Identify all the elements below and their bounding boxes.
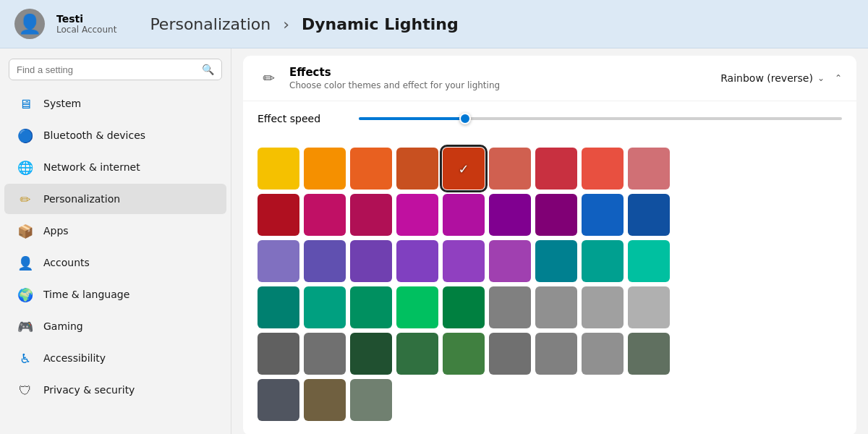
search-icon: 🔍 [202, 64, 214, 75]
color-swatch[interactable] [582, 148, 624, 190]
dropdown-value: Rainbow (reverse) [720, 72, 813, 84]
search-box[interactable]: 🔍 [9, 59, 222, 80]
slider-thumb[interactable] [459, 113, 471, 124]
sidebar-label-accessibility: Accessibility [43, 352, 106, 364]
color-row [258, 333, 842, 375]
color-swatch[interactable] [443, 286, 485, 328]
sidebar-item-gaming[interactable]: 🎮 Gaming [4, 311, 226, 341]
color-swatch[interactable] [304, 148, 346, 190]
color-swatch[interactable] [628, 194, 670, 236]
speed-label: Effect speed [258, 113, 344, 124]
chevron-up-icon: ⌃ [835, 73, 842, 83]
breadcrumb: Personalization › Dynamic Lighting [128, 15, 854, 33]
sidebar-label-gaming: Gaming [43, 320, 83, 332]
color-swatch[interactable] [628, 240, 670, 282]
color-swatch[interactable] [582, 286, 624, 328]
color-swatch[interactable] [628, 286, 670, 328]
sidebar-label-apps: Apps [43, 225, 69, 237]
color-swatch[interactable] [628, 333, 670, 375]
color-swatch[interactable] [304, 240, 346, 282]
color-swatch[interactable] [396, 194, 438, 236]
color-swatch[interactable] [489, 333, 531, 375]
color-swatch[interactable] [304, 379, 346, 421]
color-swatch[interactable] [258, 379, 299, 421]
color-swatch[interactable] [396, 333, 438, 375]
sidebar-item-accounts[interactable]: 👤 Accounts [4, 247, 226, 278]
sidebar-label-privacy: Privacy & security [43, 384, 135, 396]
main-content: ✏ Effects Choose color themes and effect… [231, 48, 868, 434]
color-swatch[interactable] [582, 194, 624, 236]
color-swatch[interactable] [443, 194, 485, 236]
sidebar-label-system: System [43, 98, 81, 109]
color-swatch[interactable] [350, 148, 392, 190]
sidebar-item-personalization[interactable]: ✏ Personalization [4, 184, 226, 214]
sidebar-label-network: Network & internet [43, 161, 140, 173]
bluetooth-icon: 🔵 [17, 127, 33, 143]
color-swatch[interactable] [489, 240, 531, 282]
user-name: Testi [56, 13, 116, 25]
sidebar-item-network[interactable]: 🌐 Network & internet [4, 152, 226, 182]
color-swatch[interactable] [258, 194, 299, 236]
sidebar-item-privacy[interactable]: 🛡 Privacy & security [4, 375, 226, 405]
sidebar-label-bluetooth: Bluetooth & devices [43, 129, 145, 141]
color-swatch[interactable] [443, 333, 485, 375]
user-info: Testi Local Account [56, 13, 116, 35]
slider-fill [359, 117, 465, 120]
color-swatch[interactable] [443, 148, 485, 190]
color-swatch[interactable] [396, 286, 438, 328]
color-swatch[interactable] [258, 240, 299, 282]
color-swatch[interactable] [535, 286, 577, 328]
color-swatch[interactable] [304, 286, 346, 328]
system-icon: 🖥 [17, 95, 33, 111]
color-swatch[interactable] [258, 286, 299, 328]
color-swatch[interactable] [582, 240, 624, 282]
color-swatch[interactable] [350, 286, 392, 328]
apps-icon: 📦 [17, 223, 33, 239]
color-swatch[interactable] [258, 333, 299, 375]
color-swatch[interactable] [489, 194, 531, 236]
color-swatch[interactable] [350, 333, 392, 375]
effects-header: ✏ Effects Choose color themes and effect… [243, 56, 856, 101]
color-row [258, 286, 842, 328]
color-swatch[interactable] [489, 286, 531, 328]
speed-slider[interactable] [359, 117, 842, 120]
color-swatch[interactable] [535, 148, 577, 190]
avatar: 👤 [14, 9, 45, 39]
sidebar: 🔍 🖥 System 🔵 Bluetooth & devices 🌐 Netwo… [0, 48, 231, 434]
personalization-icon: ✏ [17, 191, 33, 207]
sidebar-item-bluetooth[interactable]: 🔵 Bluetooth & devices [4, 120, 226, 150]
effects-title: Effects [289, 66, 720, 79]
breadcrumb-separator: › [283, 15, 294, 33]
search-input[interactable] [17, 64, 196, 75]
sidebar-item-time[interactable]: 🌍 Time & language [4, 279, 226, 310]
color-swatch[interactable] [535, 240, 577, 282]
color-swatch[interactable] [628, 148, 670, 190]
sidebar-item-apps[interactable]: 📦 Apps [4, 216, 226, 246]
color-swatch[interactable] [535, 333, 577, 375]
color-swatch[interactable] [304, 333, 346, 375]
color-row [258, 240, 842, 282]
sidebar-item-system[interactable]: 🖥 System [4, 88, 226, 119]
breadcrumb-parent[interactable]: Personalization [150, 15, 271, 33]
color-swatch[interactable] [489, 148, 531, 190]
sidebar-label-time: Time & language [43, 289, 129, 300]
color-swatch[interactable] [350, 194, 392, 236]
color-swatch[interactable] [350, 379, 392, 421]
color-swatch[interactable] [396, 148, 438, 190]
color-swatch[interactable] [443, 240, 485, 282]
effects-text: Effects Choose color themes and effect f… [289, 66, 720, 90]
header: 👤 Testi Local Account Personalization › … [0, 0, 868, 48]
color-swatch[interactable] [582, 333, 624, 375]
user-subtitle: Local Account [56, 25, 116, 35]
color-swatch[interactable] [304, 194, 346, 236]
color-swatch[interactable] [350, 240, 392, 282]
color-row [258, 194, 842, 236]
chevron-down-icon: ⌄ [817, 73, 825, 83]
color-swatch[interactable] [258, 148, 299, 190]
effects-dropdown[interactable]: Rainbow (reverse) ⌄ ⌃ [720, 72, 842, 84]
color-swatch[interactable] [396, 240, 438, 282]
effects-card: ✏ Effects Choose color themes and effect… [243, 56, 856, 434]
sidebar-item-accessibility[interactable]: ♿ Accessibility [4, 343, 226, 373]
color-swatch[interactable] [535, 194, 577, 236]
body: 🔍 🖥 System 🔵 Bluetooth & devices 🌐 Netwo… [0, 48, 868, 434]
